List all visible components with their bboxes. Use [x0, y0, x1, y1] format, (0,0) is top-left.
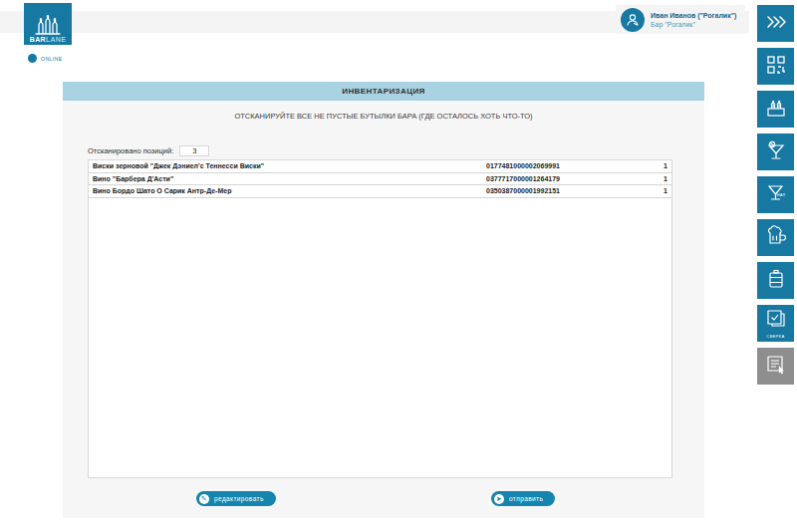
item-code: 0350387000001992151 — [486, 187, 636, 194]
sidebar-item-keg[interactable] — [757, 262, 794, 299]
scan-instruction: ОТСКАНИРУЙТЕ ВСЕ НЕ ПУСТЫЕ БУТЫЛКИ БАРА … — [63, 112, 704, 121]
bottles-logo-icon — [35, 15, 61, 36]
sidebar-item-pour[interactable]: НАЛ — [757, 176, 794, 213]
sidebar-item-reconciliation[interactable]: СВЕРКА — [757, 305, 794, 342]
item-code: 0377717000001264179 — [486, 175, 636, 182]
item-qty: 1 — [636, 162, 671, 169]
inventory-panel: ИНВЕНТАРИЗАЦИЯ ОТСКАНИРУЙТЕ ВСЕ НЕ ПУСТЫ… — [63, 82, 704, 518]
logo-wordmark: BARLANE — [30, 36, 66, 43]
user-block[interactable]: Иван Иванов ("Рогалик") Бар "Рогалик" — [616, 5, 745, 34]
sidebar-item-beer[interactable] — [757, 219, 794, 256]
scanned-count-label: Отсканировано позиций: — [88, 146, 173, 155]
item-code: 0177481000002069991 — [486, 162, 636, 169]
item-qty: 1 — [636, 187, 671, 194]
table-row[interactable]: Виски зерновой "Джек Дэниел'с Теннесси В… — [89, 160, 671, 173]
sidebar-item-bottle-crate[interactable]: A A — [757, 91, 794, 128]
scanned-count-row: Отсканировано позиций: 3 — [88, 145, 209, 156]
sidebar-item-expand[interactable] — [757, 5, 794, 42]
reconciliation-icon — [765, 309, 787, 333]
user-avatar-icon — [621, 8, 645, 32]
item-name: Вино Бордо Шато О Сарик Антр-Де-Мер — [89, 187, 486, 194]
cocktail-glass-icon — [764, 138, 788, 166]
barlane-logo[interactable]: BARLANE — [24, 3, 72, 45]
inventory-report-icon — [764, 353, 788, 381]
pencil-icon: ✎ — [199, 494, 209, 504]
user-org: Бар "Рогалик" — [651, 20, 736, 29]
page-title: ИНВЕНТАРИЗАЦИЯ — [342, 87, 424, 96]
sidebar-item-inventory-active[interactable] — [757, 348, 794, 385]
user-info: Иван Иванов ("Рогалик") Бар "Рогалик" — [651, 11, 736, 29]
edit-button[interactable]: ✎ редактировать — [196, 491, 276, 506]
panel-header: ИНВЕНТАРИЗАЦИЯ — [63, 82, 704, 101]
app-screen: BARLANE ONLINE Иван Иванов ("Рогалик") Б… — [0, 0, 797, 532]
scanned-items-table: Виски зерновой "Джек Дэниел'с Теннесси В… — [88, 159, 672, 478]
item-name: Виски зерновой "Джек Дэниел'с Теннесси В… — [89, 162, 486, 169]
pour-overlay-text: НАЛ — [776, 192, 785, 197]
svg-text:A: A — [777, 104, 780, 109]
keg-icon — [764, 267, 788, 295]
sidebar-item-scan-qr[interactable] — [757, 48, 794, 85]
item-qty: 1 — [636, 175, 671, 182]
chevrons-right-icon — [764, 10, 788, 38]
online-status: ONLINE — [28, 54, 63, 63]
sidebar-item-cocktails[interactable] — [757, 133, 794, 170]
scanned-count-value[interactable]: 3 — [179, 145, 209, 156]
reconciliation-label: СВЕРКА — [766, 334, 784, 339]
item-name: Вино "Барбера Д'Асти" — [89, 175, 486, 182]
send-arrow-icon: ➤ — [494, 494, 504, 504]
beer-mug-icon — [764, 224, 788, 252]
online-dot-icon — [28, 54, 37, 63]
user-name: Иван Иванов ("Рогалик") — [651, 11, 736, 20]
send-button-label: отправить — [509, 495, 543, 502]
svg-text:A: A — [771, 104, 774, 109]
qr-code-icon — [764, 53, 788, 81]
sidebar: A A НАЛ — [757, 0, 797, 532]
martini-pour-icon: НАЛ — [764, 181, 788, 209]
table-row[interactable]: Вино Бордо Шато О Сарик Антр-Де-Мер 0350… — [89, 185, 671, 198]
edit-button-label: редактировать — [214, 495, 264, 502]
bottle-crate-icon: A A — [764, 96, 788, 124]
send-button[interactable]: ➤ отправить — [491, 491, 555, 506]
table-row[interactable]: Вино "Барбера Д'Асти" 037771700000126417… — [89, 173, 671, 186]
online-label: ONLINE — [41, 56, 63, 62]
